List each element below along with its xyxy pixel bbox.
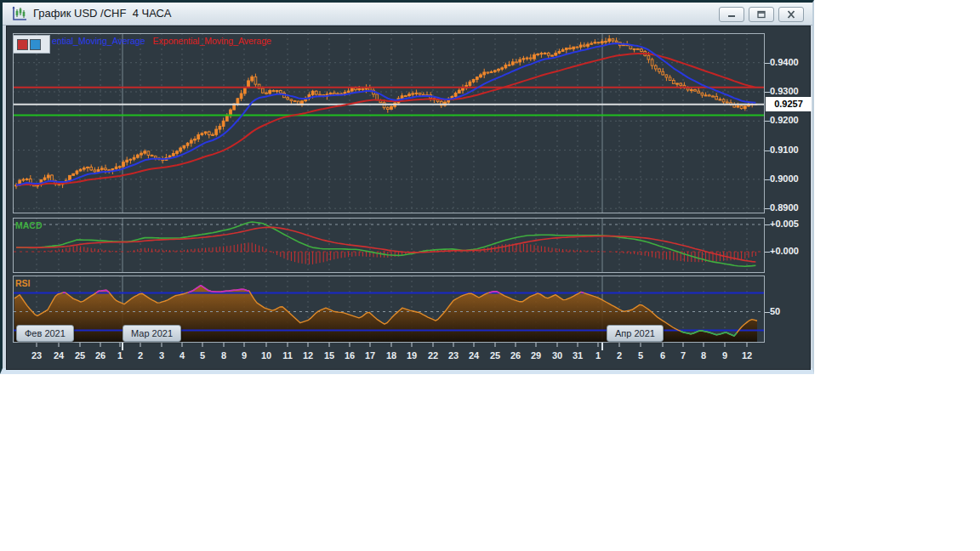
x-axis-day-label: 2 <box>610 350 629 361</box>
x-axis-day-label: 29 <box>527 350 545 361</box>
axis-tick <box>765 179 770 180</box>
x-axis-day-label: 5 <box>631 350 650 361</box>
x-axis-day-label: 26 <box>506 350 525 361</box>
axis-tick <box>765 224 770 225</box>
ma-red-swatch-button[interactable] <box>17 39 28 50</box>
indicator-legend: ential_Moving_Average Exponential_Moving… <box>52 36 271 46</box>
axis-tick <box>765 121 770 122</box>
x-axis-day-label: 24 <box>464 350 483 361</box>
x-axis-day-label: 16 <box>340 350 359 361</box>
minimize-button[interactable] <box>719 7 744 22</box>
axis-tick <box>765 312 770 313</box>
macd-axis-label: +0.000 <box>770 246 812 256</box>
chart-window: График USD /CHF 4 ЧАСА 23242526123458910… <box>0 0 814 374</box>
x-axis-day-label: 12 <box>299 350 317 361</box>
price-chart-pane[interactable] <box>13 33 765 213</box>
close-icon <box>786 10 796 19</box>
macd-axis-label: +0.005 <box>770 219 812 229</box>
indicator-buttons <box>13 35 50 54</box>
x-axis-day-label: 22 <box>424 350 442 361</box>
window-title: График USD /CHF 4 ЧАСА <box>33 7 171 20</box>
x-axis-day-label: 5 <box>193 350 212 361</box>
month-label-apr: Апр 2021 <box>607 325 664 342</box>
rsi-axis-label: 50 <box>770 306 812 316</box>
desktop: График USD /CHF 4 ЧАСА 23242526123458910… <box>0 0 980 551</box>
rsi-label: RSI <box>15 278 31 288</box>
price-axis-label: 0.9300 <box>770 86 812 96</box>
x-axis-day-label: 30 <box>548 350 567 361</box>
window-titlebar[interactable]: График USD /CHF 4 ЧАСА <box>3 3 812 26</box>
axis-tick <box>765 63 770 64</box>
x-axis-day-label: 9 <box>235 350 254 361</box>
x-axis-day-label: 4 <box>173 350 191 361</box>
month-label-mar: Мар 2021 <box>122 325 181 342</box>
x-axis-day-label: 23 <box>444 350 463 361</box>
current-price-box: 0.9257 <box>766 97 812 111</box>
restore-icon <box>756 10 766 19</box>
x-axis-day-label: 8 <box>214 350 233 361</box>
x-axis-day-label: 24 <box>49 350 68 361</box>
x-axis-day-label: 18 <box>382 350 401 361</box>
x-axis-day-label: 8 <box>694 350 713 361</box>
x-axis-day-label: 10 <box>257 350 276 361</box>
month-label-feb: Фев 2021 <box>16 325 74 342</box>
ema-red-label: Exponential_Moving_Average <box>153 36 271 46</box>
axis-tick <box>765 151 770 151</box>
ema-blue-label: ential_Moving_Average <box>52 36 145 46</box>
x-axis-day-label: 9 <box>715 350 734 361</box>
x-axis-day-label: 7 <box>674 350 692 361</box>
chart-client-area: 2324252612345891011121516171819222324252… <box>6 26 811 370</box>
price-axis-label: 0.9400 <box>770 57 812 67</box>
macd-pane[interactable] <box>13 218 765 273</box>
price-axis-label: 0.9100 <box>770 145 812 155</box>
x-axis-day-label: 3 <box>152 350 171 361</box>
x-axis-day-label: 17 <box>361 350 379 361</box>
x-axis-day-label: 25 <box>486 350 504 361</box>
axis-tick <box>765 92 770 93</box>
axis-tick <box>765 252 770 253</box>
x-axis-labels: 2324252612345891011121516171819222324252… <box>13 350 770 364</box>
x-axis-day-label: 1 <box>589 350 607 361</box>
close-button[interactable] <box>778 7 804 22</box>
chart-icon <box>11 6 28 21</box>
ma-blue-swatch-button[interactable] <box>30 39 41 50</box>
price-axis-label: 0.9000 <box>770 173 812 184</box>
x-axis-day-label: 26 <box>91 350 110 361</box>
x-axis-day-label: 12 <box>738 350 756 361</box>
x-axis-day-label: 6 <box>653 350 672 361</box>
price-axis-label: 0.9200 <box>770 115 812 125</box>
x-axis-day-label: 15 <box>320 350 339 361</box>
axis-tick <box>765 208 770 209</box>
x-axis-day-label: 11 <box>278 350 297 361</box>
restore-button[interactable] <box>749 7 774 22</box>
x-axis-day-label: 31 <box>568 350 587 361</box>
x-axis-day-label: 1 <box>111 350 129 361</box>
price-axis-label: 0.8900 <box>770 202 812 213</box>
macd-label: MACD <box>15 220 43 230</box>
x-axis-day-label: 2 <box>131 350 150 361</box>
x-axis-day-label: 25 <box>71 350 89 361</box>
minimize-icon <box>726 10 737 19</box>
x-axis-day-label: 23 <box>27 350 46 361</box>
window-controls <box>719 7 804 22</box>
x-axis-day-label: 19 <box>402 350 421 361</box>
